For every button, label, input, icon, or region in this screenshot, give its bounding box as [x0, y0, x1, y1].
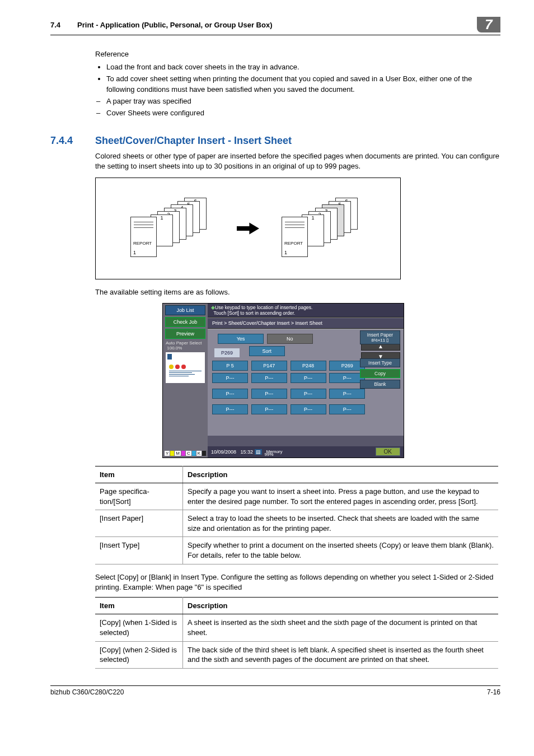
- panel-screenshot: Job List Check Job Preview Auto Paper Se…: [162, 303, 404, 458]
- report-label: REPORT: [133, 241, 152, 246]
- available-items-line: The available setting items are as follo…: [95, 287, 500, 297]
- status-time: 15:32: [241, 449, 254, 455]
- page-button[interactable]: P---: [291, 389, 326, 399]
- no-button[interactable]: No: [267, 334, 313, 344]
- table-cell-desc: Specify a page you want to insert a shee…: [183, 483, 499, 510]
- subsection-paragraph: Colored sheets or other type of paper ar…: [95, 151, 500, 171]
- insert-paper-button[interactable]: Insert Paper 8½×11 ▯: [360, 330, 400, 344]
- report-front-number: 1: [133, 250, 136, 255]
- copy-button[interactable]: Copy: [360, 369, 400, 378]
- status-icon: ▤: [255, 449, 262, 455]
- table-row: [Copy] (when 2-Sided is selected) The ba…: [95, 641, 498, 668]
- reference-bullet: Load the front and back cover sheets in …: [106, 62, 500, 72]
- table-header-item: Item: [95, 466, 183, 483]
- stack-before: 6 5 4 3 2 1 REPORT 1: [130, 198, 214, 259]
- auto-paper-label: Auto Paper Select: [166, 340, 202, 346]
- subsection-number: 7.4.4: [50, 135, 95, 147]
- table-header-item: Item: [95, 597, 183, 614]
- table-cell-item: Page specifica­tion/[Sort]: [95, 483, 183, 510]
- page-button[interactable]: P---: [329, 404, 365, 414]
- memory-percent: 99%: [265, 452, 274, 457]
- table-cell-desc: The back side of the third sheet is left…: [183, 641, 499, 668]
- settings-table-1: Item Description Page specifica­tion/[So…: [95, 466, 498, 564]
- page-button[interactable]: P248: [291, 361, 326, 371]
- page-header: 7.4 Print - Application (Public, Persona…: [50, 17, 500, 35]
- breadcrumb: Print > Sheet/Cover/Chapter Insert > Ins…: [208, 318, 404, 329]
- insert-sheet-illustration: 6 5 4 3 2 1 REPORT 1 6 5 3 2 1 REPORT: [95, 178, 401, 279]
- table-cell-desc: Select a tray to load the sheets to be i…: [183, 510, 499, 537]
- insert-type-label: Insert Type: [360, 358, 400, 367]
- page-button[interactable]: P---: [251, 389, 287, 399]
- table-row: Page specifica­tion/[Sort] Specify a pag…: [95, 483, 498, 510]
- table-row: [Insert Paper] Select a tray to load the…: [95, 510, 498, 537]
- reference-bullet: To add cover sheet setting when printing…: [106, 74, 500, 94]
- yes-button[interactable]: Yes: [218, 334, 264, 344]
- reference-heading: Reference: [95, 49, 500, 59]
- sheet-number: 1: [160, 215, 163, 221]
- footer-model: bizhub C360/C280/C220: [50, 688, 124, 696]
- page-button[interactable]: P---: [251, 373, 287, 383]
- preview-button[interactable]: Preview: [165, 329, 205, 339]
- svg-marker-0: [237, 222, 259, 234]
- page-footer: bizhub C360/C280/C220 7-16: [50, 685, 500, 696]
- sheet-number: 1: [311, 215, 314, 221]
- page-button[interactable]: P 5: [212, 361, 248, 371]
- page-button[interactable]: P147: [251, 361, 287, 371]
- reference-block: Reference Load the front and back cover …: [95, 49, 500, 118]
- insert-type-paragraph: Select [Copy] or [Blank] in Insert Type.…: [95, 572, 500, 592]
- header-section-number: 7.4: [50, 21, 60, 29]
- subsection-title: Sheet/Cover/Chapter Insert - Insert Shee…: [95, 135, 292, 146]
- footer-page-number: 7-16: [487, 688, 500, 696]
- chapter-badge: 7: [477, 17, 500, 32]
- zoom-ratio: 100.0%: [167, 346, 182, 351]
- ok-button[interactable]: OK: [376, 447, 400, 456]
- check-job-button[interactable]: Check Job: [165, 317, 205, 327]
- table-row: [Copy] (when 1-Sided is selected) A shee…: [95, 614, 498, 641]
- table-cell-item: [Insert Paper]: [95, 510, 183, 537]
- job-list-button[interactable]: Job List: [165, 305, 205, 315]
- table-cell-desc: Specify whether to print a document on t…: [183, 537, 499, 564]
- report-label: REPORT: [284, 241, 303, 246]
- reference-dash: Cover Sheets were configured: [106, 108, 500, 118]
- page-button[interactable]: P---: [212, 389, 248, 399]
- page-button[interactable]: P---: [291, 404, 326, 414]
- page-button[interactable]: P---: [291, 373, 326, 383]
- table-header-description: Description: [183, 466, 499, 483]
- help-tip: ◆Use keypad to type location of inserted…: [208, 304, 404, 318]
- page-button[interactable]: P---: [212, 373, 248, 383]
- page-button[interactable]: P---: [212, 404, 248, 414]
- table-cell-item: [Copy] (when 1-Sided is selected): [95, 614, 183, 641]
- table-cell-item: [Insert Type]: [95, 537, 183, 564]
- arrow-icon: [237, 223, 259, 234]
- preview-thumbnail: [166, 352, 205, 383]
- reference-dash: A paper tray was specified: [106, 96, 500, 106]
- page-field[interactable]: P269: [214, 348, 240, 357]
- status-date: 10/09/2008: [211, 449, 236, 455]
- subsection-heading: 7.4.4Sheet/Cover/Chapter Insert - Insert…: [50, 135, 500, 147]
- sort-button[interactable]: Sort: [249, 346, 285, 356]
- report-front-number: 1: [284, 250, 287, 255]
- toner-levels: Y M C K: [165, 451, 206, 456]
- blank-button[interactable]: Blank: [360, 380, 400, 389]
- header-section-title: Print - Application (Public, Personal, o…: [77, 21, 272, 29]
- table-row: [Insert Type] Specify whether to print a…: [95, 537, 498, 564]
- settings-table-2: Item Description [Copy] (when 1-Sided is…: [95, 597, 498, 669]
- page-button[interactable]: P---: [251, 404, 287, 414]
- table-cell-item: [Copy] (when 2-Sided is selected): [95, 641, 183, 668]
- table-cell-desc: A sheet is inserted as the sixth sheet a…: [183, 614, 499, 641]
- table-header-description: Description: [183, 597, 499, 614]
- stack-after: 6 5 3 2 1 REPORT 1: [282, 198, 366, 259]
